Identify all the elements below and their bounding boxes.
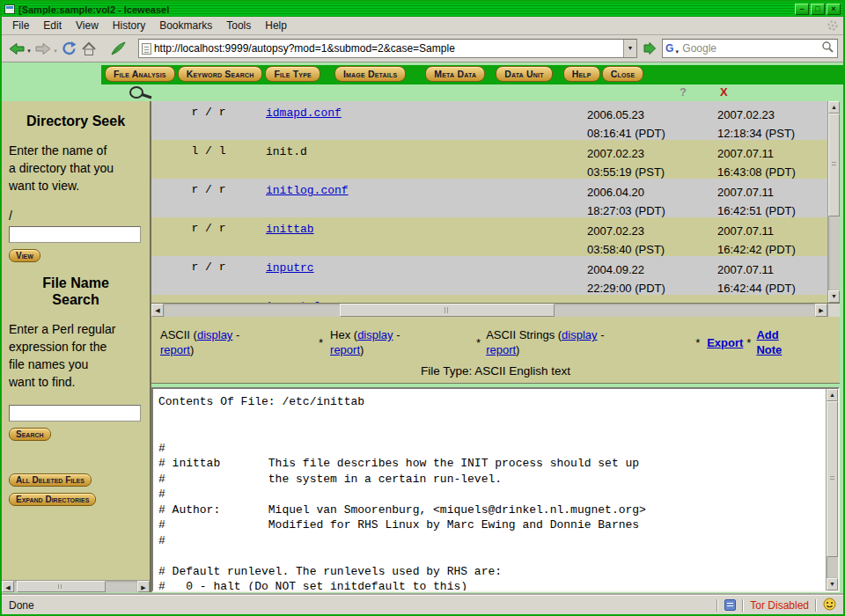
ascii-display-link[interactable]: display [197, 328, 232, 341]
page-favicon-icon [142, 43, 151, 55]
forward-history-dropdown[interactable]: ▼ [53, 48, 58, 56]
add-note-link[interactable]: Add Note [756, 327, 791, 357]
file-permissions [151, 299, 266, 303]
file-list-vertical-scrollbar[interactable]: ▲ ▼ [827, 101, 840, 303]
menu-item-file[interactable]: File [5, 18, 36, 33]
go-button[interactable] [641, 39, 658, 58]
scrollbar-thumb[interactable] [827, 401, 838, 557]
scroll-down-button[interactable]: ▼ [828, 290, 840, 303]
menu-item-view[interactable]: View [69, 18, 106, 33]
expand-directories-button[interactable]: Expand Directories [9, 493, 96, 506]
tab-file-type[interactable]: File Type [265, 66, 320, 82]
iceweasel-feather-icon [108, 40, 128, 57]
extension-status-icon[interactable] [724, 599, 736, 611]
scroll-right-button[interactable]: ▶ [815, 304, 827, 317]
tab-help[interactable]: Help [563, 66, 600, 82]
ascii-report-link[interactable]: report [160, 343, 190, 356]
file-accessed-time: 2007.07.1116:42:42 (PDT) [717, 222, 827, 256]
ascii-view-options: ASCII (display - report) [160, 327, 266, 357]
window-close-button[interactable]: × [827, 4, 841, 15]
scrollbar-thumb[interactable] [340, 304, 555, 317]
title-bar[interactable]: [Sample:sample:vol2 - Iceweasel – □ × [2, 2, 843, 17]
scroll-left-button[interactable]: ◀ [151, 304, 164, 317]
search-input[interactable] [680, 42, 821, 55]
filename-regex-input[interactable] [9, 405, 141, 422]
directory-input[interactable] [9, 226, 141, 243]
sidebar-horizontal-scrollbar[interactable]: ◀ ▶ [2, 580, 150, 592]
root-directory-link[interactable]: / [9, 209, 143, 223]
content-vertical-scrollbar[interactable]: ▲ ▼ [826, 389, 838, 590]
file-written-time: 2007.02.2303:58:40 (PST) [587, 222, 717, 256]
file-name-link[interactable]: inittab [266, 223, 314, 236]
search-bar[interactable]: G ▼ [662, 39, 838, 58]
statusbar-separator [815, 599, 817, 612]
tab-file-analysis[interactable]: File Analysis [105, 66, 175, 82]
search-magnifier-icon[interactable] [821, 40, 834, 56]
strings-display-link[interactable]: display [562, 328, 597, 341]
file-name-link[interactable]: initlog.conf [266, 184, 349, 197]
search-engine-icon[interactable]: G [665, 42, 673, 55]
url-bar[interactable]: ▼ [138, 39, 637, 58]
file-name-search-description: Enter a Perl regular expression for the … [9, 320, 116, 391]
file-permissions: r / r [151, 260, 266, 295]
tab-close[interactable]: Close [602, 66, 644, 82]
back-button[interactable]: ▼ [7, 40, 33, 57]
file-content-text: Contents Of File: /etc/inittab # # initt… [153, 389, 826, 590]
view-button[interactable]: View [9, 249, 40, 262]
scrollbar-thumb[interactable] [828, 114, 840, 216]
status-bar: Done Tor Disabled [2, 595, 843, 614]
status-text: Done [9, 599, 34, 612]
url-input[interactable] [151, 42, 623, 55]
strings-report-link[interactable]: report [486, 343, 516, 356]
file-permissions: r / r [151, 222, 266, 256]
tor-status-label[interactable]: Tor Disabled [750, 599, 809, 612]
scroll-up-button[interactable]: ▲ [827, 389, 838, 401]
scroll-left-button[interactable]: ◀ [2, 581, 14, 592]
file-permissions: r / r [151, 183, 266, 217]
all-deleted-files-button[interactable]: All Deleted Files [9, 473, 92, 487]
reload-button[interactable] [60, 40, 78, 57]
smiley-icon[interactable] [823, 598, 836, 613]
hex-report-link[interactable]: report [330, 343, 360, 356]
close-x-icon[interactable]: X [720, 85, 728, 99]
menu-item-history[interactable]: History [106, 18, 152, 33]
file-name-link[interactable]: iproute2 [266, 300, 320, 303]
file-row-inittab: r / rinittab2007.02.2303:58:40 (PST)2007… [151, 217, 827, 256]
file-written-time [587, 299, 717, 303]
search-button[interactable]: Search [9, 428, 51, 441]
tab-image-details[interactable]: Image Details [334, 66, 406, 82]
statusbar-separator [716, 599, 718, 612]
directory-seek-title: Directory Seek [9, 114, 143, 129]
file-written-time: 2007.02.2303:55:19 (PST) [587, 144, 717, 179]
help-question-icon[interactable]: ? [680, 85, 687, 99]
menu-item-edit[interactable]: Edit [36, 18, 69, 33]
window-menu-icon[interactable] [4, 4, 15, 14]
scroll-right-button[interactable]: ▶ [137, 581, 150, 592]
tab-buttons: File AnalysisKeyword SearchFile TypeImag… [105, 66, 643, 82]
file-name-link[interactable]: inputrc [266, 261, 314, 275]
back-history-dropdown[interactable]: ▼ [26, 48, 32, 56]
file-list-horizontal-scrollbar[interactable]: ◀ ▶ [151, 304, 840, 317]
forward-button[interactable]: ▼ [33, 40, 59, 57]
tab-keyword-search[interactable]: Keyword Search [178, 66, 263, 82]
menu-item-help[interactable]: Help [258, 18, 294, 33]
minimize-button[interactable]: – [795, 4, 809, 15]
menu-item-bookmarks[interactable]: Bookmarks [152, 18, 219, 33]
menu-item-tools[interactable]: Tools [219, 18, 258, 33]
export-link[interactable]: Export [707, 336, 743, 349]
file-list-pane: r / ridmapd.conf2006.05.2308:16:41 (PDT)… [151, 101, 840, 304]
maximize-button[interactable]: □ [811, 4, 825, 15]
scroll-up-button[interactable]: ▲ [828, 101, 840, 114]
browser-window: [Sample:sample:vol2 - Iceweasel – □ × Fi… [0, 0, 845, 616]
home-button[interactable] [79, 40, 99, 57]
file-type-label: File Type: ASCII English text [158, 364, 833, 378]
file-name-link[interactable]: idmapd.conf [266, 106, 342, 120]
scrollbar-thumb[interactable] [17, 581, 106, 592]
url-dropdown-button[interactable]: ▼ [623, 40, 636, 57]
tab-data-unit[interactable]: Data Unit [496, 66, 553, 82]
frame-container: Directory Seek Enter the name of a direc… [2, 101, 843, 595]
scroll-down-button[interactable]: ▼ [827, 578, 838, 590]
hex-display-link[interactable]: display [357, 328, 393, 341]
view-options-bar: ASCII (display - report) * Hex (display … [151, 317, 840, 384]
tab-meta-data[interactable]: Meta Data [425, 66, 485, 82]
